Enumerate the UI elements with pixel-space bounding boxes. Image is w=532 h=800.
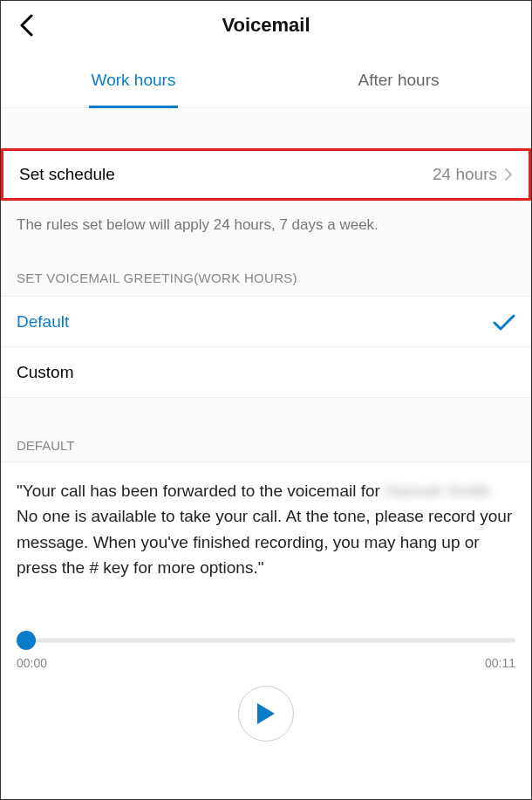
progress-thumb[interactable]	[17, 631, 36, 650]
set-schedule-label: Set schedule	[19, 165, 433, 184]
progress-track[interactable]	[17, 632, 515, 649]
spacer-small	[1, 398, 531, 422]
tabs: Work hours After hours	[1, 50, 531, 108]
greeting-option-custom[interactable]: Custom	[1, 347, 531, 398]
time-current: 00:00	[17, 656, 47, 670]
set-schedule-row[interactable]: Set schedule 24 hours	[3, 151, 529, 198]
svg-marker-0	[257, 703, 275, 724]
audio-player: 00:00 00:11	[1, 632, 531, 742]
tab-work-hours[interactable]: Work hours	[1, 50, 266, 107]
chevron-right-icon	[504, 168, 513, 181]
greeting-default-label: Default	[17, 312, 493, 332]
redacted-name-1: Hannah	[385, 482, 443, 500]
greeting-section-header: SET VOICEMAIL GREETING(WORK HOURS)	[1, 250, 531, 297]
time-total: 00:11	[485, 656, 515, 670]
track-line	[17, 638, 515, 642]
tab-after-hours[interactable]: After hours	[266, 50, 531, 107]
voicemail-message-text: "Your call has been forwarded to the voi…	[1, 462, 531, 616]
schedule-description: The rules set below will apply 24 hours,…	[1, 201, 531, 250]
checkmark-icon	[493, 313, 515, 331]
time-labels: 00:00 00:11	[17, 656, 515, 670]
page-title: Voicemail	[15, 14, 517, 37]
header: Voicemail	[1, 1, 531, 50]
greeting-custom-label: Custom	[17, 363, 515, 382]
spacer	[1, 108, 531, 148]
redacted-name-2: Smith.	[447, 482, 494, 500]
play-icon	[256, 701, 276, 726]
play-button-wrap	[17, 686, 515, 742]
message-part1: "Your call has been forwarded to the voi…	[17, 482, 385, 500]
greeting-option-default[interactable]: Default	[1, 297, 531, 347]
default-playback-header: DEFAULT	[1, 422, 531, 462]
highlight-frame: Set schedule 24 hours	[1, 148, 531, 201]
play-button[interactable]	[238, 686, 294, 742]
set-schedule-value: 24 hours	[433, 165, 497, 184]
message-part2: No one is available to take your call. A…	[17, 507, 512, 577]
